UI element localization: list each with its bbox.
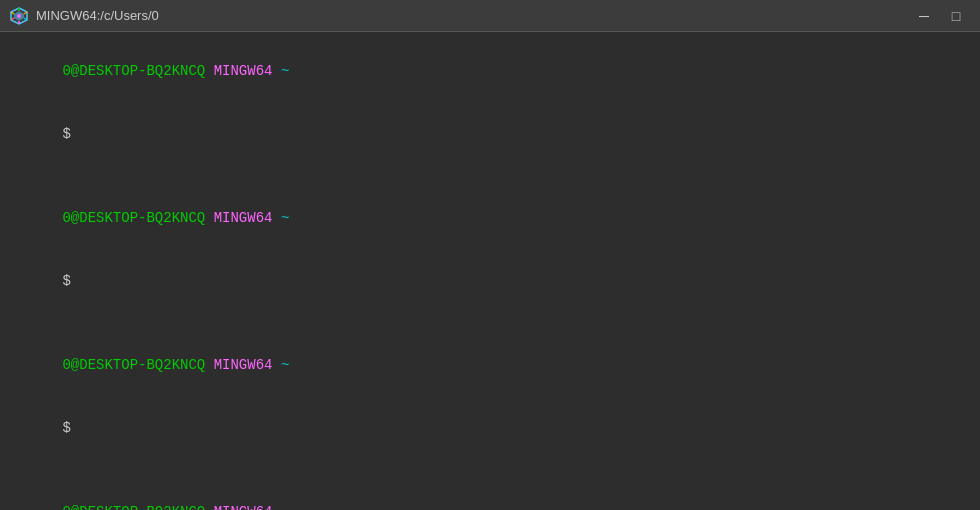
terminal-body[interactable]: 0@DESKTOP-BQ2KNCQ MINGW64 ~ $ 0@DESKTOP-…: [0, 32, 980, 510]
app-icon: [10, 7, 28, 25]
prompt-user: 0@DESKTOP-BQ2KNCQ: [62, 210, 205, 226]
prompt-path: ~: [281, 504, 289, 510]
prompt-path: ~: [281, 63, 289, 79]
svg-point-2: [17, 14, 21, 18]
empty-line: [12, 166, 968, 187]
window-controls: ─ □: [910, 5, 970, 27]
minimize-button[interactable]: ─: [910, 5, 938, 27]
empty-line: [12, 313, 968, 334]
terminal-line: 0@DESKTOP-BQ2KNCQ MINGW64 ~: [12, 481, 968, 510]
title-bar: MINGW64:/c/Users/0 ─ □: [0, 0, 980, 32]
prompt-shell: MINGW64: [214, 63, 273, 79]
prompt-path: ~: [281, 357, 289, 373]
window-title: MINGW64:/c/Users/0: [36, 8, 159, 23]
title-bar-left: MINGW64:/c/Users/0: [10, 7, 159, 25]
empty-line: [12, 460, 968, 481]
prompt-shell: MINGW64: [214, 504, 273, 510]
prompt-shell: MINGW64: [214, 357, 273, 373]
prompt-path: ~: [281, 210, 289, 226]
prompt-user: 0@DESKTOP-BQ2KNCQ: [62, 63, 205, 79]
terminal-line: 0@DESKTOP-BQ2KNCQ MINGW64 ~: [12, 40, 968, 103]
prompt-shell: MINGW64: [214, 210, 273, 226]
prompt-user: 0@DESKTOP-BQ2KNCQ: [62, 504, 205, 510]
terminal-line: $: [12, 397, 968, 460]
window: MINGW64:/c/Users/0 ─ □ 0@DESKTOP-BQ2KNCQ…: [0, 0, 980, 510]
terminal-line: $: [12, 103, 968, 166]
terminal-line: 0@DESKTOP-BQ2KNCQ MINGW64 ~: [12, 187, 968, 250]
terminal-line: $: [12, 250, 968, 313]
prompt-user: 0@DESKTOP-BQ2KNCQ: [62, 357, 205, 373]
maximize-button[interactable]: □: [942, 5, 970, 27]
terminal-line: 0@DESKTOP-BQ2KNCQ MINGW64 ~: [12, 334, 968, 397]
